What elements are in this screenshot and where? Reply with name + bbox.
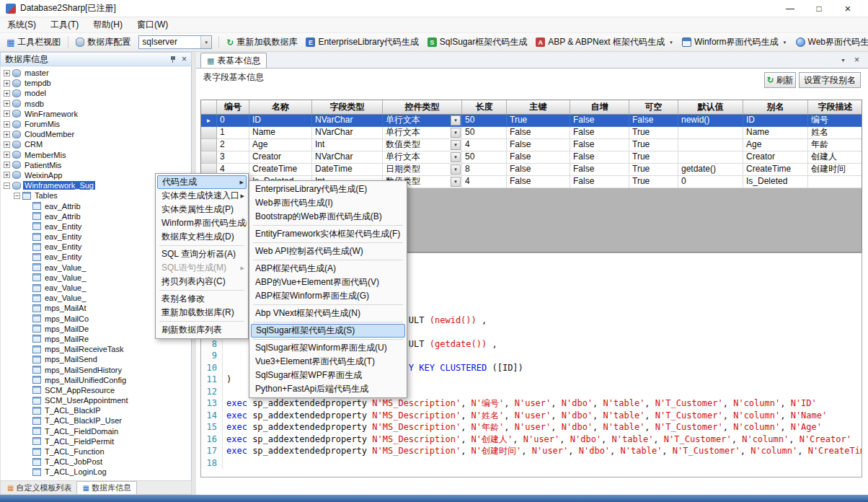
menu-item[interactable]: SqlSugar框架WPF界面生成	[251, 369, 405, 382]
tree-expander-icon[interactable]: −	[4, 182, 10, 189]
grid-column-header[interactable]: 自增	[570, 100, 629, 115]
tree-item[interactable]: T_ACL_LoginLog	[1, 467, 191, 477]
grid-column-header[interactable]: 长度	[462, 100, 507, 115]
menu-item[interactable]: 代码生成▶	[157, 175, 247, 189]
combo-dropdown-icon[interactable]: ▼	[451, 115, 461, 126]
tree-expander-icon[interactable]: +	[4, 70, 10, 76]
grid-column-header[interactable]: 可空	[629, 100, 678, 115]
tree-item[interactable]: +ForumMis	[1, 119, 191, 129]
grid-column-header[interactable]: 字段类型	[312, 100, 383, 115]
menu-item[interactable]: 实体类属性生成(P)	[157, 203, 247, 216]
tree-expander-icon[interactable]: +	[4, 80, 10, 87]
row-header[interactable]	[201, 139, 217, 151]
tree-item[interactable]: T_ACL_FieldDomain	[1, 426, 191, 436]
tree-item[interactable]: SCM_UserAppointment	[1, 395, 191, 405]
menu-item[interactable]: 数据库文档生成(D)	[157, 230, 247, 244]
toolbar-reload-button[interactable]: ↻ 重新加载数据库	[223, 35, 301, 50]
toolbar-web-button[interactable]: Web界面代码生成 ▼	[792, 35, 868, 50]
menu-item[interactable]: 刷新数据库列表	[157, 323, 247, 337]
menu-item[interactable]: Web API控制器代码生成(W)	[251, 245, 405, 258]
document-close-icon[interactable]: ×	[854, 55, 859, 65]
tree-item[interactable]: T_ACL_FieldPermit	[1, 436, 191, 446]
tree-item[interactable]: +MemberMis	[1, 150, 191, 160]
grid-column-header[interactable]: 编号	[217, 100, 249, 115]
menu-item[interactable]: Web界面代码生成(I)	[251, 196, 405, 210]
tree-expander-icon[interactable]: +	[4, 172, 10, 178]
menu-help[interactable]: 帮助(H)	[86, 17, 130, 32]
tree-item[interactable]: T_ACL_JobPost	[1, 457, 191, 467]
menu-item[interactable]: Bootstrap的Web界面代码生成(B)	[251, 210, 405, 224]
minimize-button[interactable]: —	[776, 0, 805, 17]
toolbar-sqlsugar-button[interactable]: S SqlSugar框架代码生成	[424, 35, 531, 50]
tree-expander-icon[interactable]: +	[4, 131, 10, 138]
menu-item[interactable]: 重新加载数据库(R)	[157, 306, 247, 320]
pin-icon[interactable]	[169, 56, 177, 63]
tree-expander-icon[interactable]: −	[14, 193, 20, 199]
toolbar-dbconfig-button[interactable]: 数据库配置	[72, 35, 134, 50]
combo-dropdown-icon[interactable]: ▼	[451, 164, 461, 175]
menu-item[interactable]: SQL 查询分析器(A)	[157, 247, 247, 261]
tab-table-basic-info[interactable]: ▦ 表基本信息	[200, 53, 267, 68]
menu-item[interactable]: ABP框架Winform界面生成(G)	[251, 289, 405, 303]
grid-column-header[interactable]: 默认值	[678, 100, 743, 115]
chevron-down-icon[interactable]: ▼	[669, 40, 673, 45]
grid-column-header[interactable]: 名称	[249, 100, 312, 115]
grid-column-header[interactable]: 字段描述	[808, 100, 862, 115]
tree-item[interactable]: +msdb	[1, 99, 191, 109]
table-row[interactable]: 2AgeInt数值类型▼4FalseFalseTrueAge年龄	[201, 139, 862, 151]
tree-expander-icon[interactable]: +	[4, 100, 10, 107]
tree-item[interactable]: T_ACL_Function	[1, 446, 191, 457]
tree-expander-icon[interactable]: +	[4, 121, 10, 128]
menu-item[interactable]: Winform界面代码生成(W)	[157, 216, 247, 230]
tree-item[interactable]: +PatientMis	[1, 160, 191, 170]
tree-expander-icon[interactable]: +	[4, 162, 10, 168]
grid-column-header[interactable]: 别名	[743, 100, 808, 115]
menu-tools[interactable]: 工具(T)	[43, 17, 86, 32]
tree-item[interactable]: +master	[1, 68, 191, 78]
chevron-down-icon[interactable]: ▼	[200, 36, 211, 48]
menu-item[interactable]: EnterpriseLibrary代码生成(E)	[251, 182, 405, 196]
menu-item[interactable]: ABP框架代码生成(A)	[251, 262, 405, 276]
tree-item[interactable]: mps_MailReceiveTask	[1, 344, 191, 354]
tree-item[interactable]: +CRM	[1, 139, 191, 149]
table-row[interactable]: 3CreatorNVarChar单行文本▼50FalseFalseTrueCre…	[201, 151, 862, 164]
menu-system[interactable]: 系统(S)	[0, 17, 43, 32]
menu-item[interactable]: Vue3+Element界面代码生成(T)	[251, 355, 405, 369]
table-row[interactable]: 4CreateTimeDateTime日期类型▼8FalseFalseTrueg…	[201, 164, 862, 176]
control-type-combo-cell[interactable]: 单行文本▼	[383, 151, 462, 164]
tab-custom-templates[interactable]: ▦ 自定义模板列表	[2, 481, 76, 494]
menu-window[interactable]: 窗口(W)	[130, 17, 175, 32]
menu-item[interactable]: 实体类生成快速入口▶	[157, 189, 247, 203]
grid-column-header[interactable]: 控件类型	[383, 100, 462, 115]
tree-item[interactable]: T_ACL_BlackIP_User	[1, 415, 191, 426]
tree-item[interactable]: +CloudMember	[1, 129, 191, 139]
tree-item[interactable]: mps_MailUnifiedConfig	[1, 375, 191, 385]
tab-database-info[interactable]: ▦ 数据库信息	[76, 481, 136, 494]
menu-item[interactable]: Python+FastApi后端代码生成	[251, 382, 405, 396]
tree-item[interactable]: +tempdb	[1, 78, 191, 88]
menu-item[interactable]: ABP的Vue+Element界面代码(V)	[251, 276, 405, 289]
tree-item[interactable]: +WinFramework	[1, 109, 191, 119]
toolbar-enterpriselibrary-button[interactable]: E EnterpriseLibrary代码生成	[302, 35, 422, 50]
control-type-combo-cell[interactable]: 数值类型▼	[383, 139, 462, 151]
tree-expander-icon[interactable]: +	[4, 110, 10, 117]
table-row[interactable]: ►0IDNVarChar单行文本▼50TrueFalseFalsenewid()…	[201, 115, 862, 127]
close-button[interactable]: ×	[833, 0, 862, 17]
combo-dropdown-icon[interactable]: ▼	[451, 140, 461, 150]
control-type-combo-cell[interactable]: 单行文本▼	[383, 127, 462, 139]
tree-expander-icon[interactable]: +	[4, 151, 10, 158]
tree-item[interactable]: +model	[1, 88, 191, 98]
document-list-dropdown-icon[interactable]: ▼	[841, 58, 846, 63]
menu-item[interactable]: 表别名修改	[157, 292, 247, 306]
panel-close-icon[interactable]: ×	[182, 54, 187, 64]
refresh-button[interactable]: ↻ 刷新	[764, 72, 796, 88]
row-header[interactable]	[201, 151, 217, 164]
control-type-combo-cell[interactable]: 单行文本▼	[383, 115, 462, 127]
menu-item[interactable]: SqlSugar框架代码生成(S)	[251, 324, 405, 338]
row-header[interactable]: ►	[201, 115, 217, 127]
combo-dropdown-icon[interactable]: ▼	[451, 152, 461, 162]
control-type-combo-cell[interactable]: 日期类型▼	[383, 164, 462, 176]
tree-item[interactable]: mps_MailSendHistory	[1, 364, 191, 374]
set-field-alias-button[interactable]: 设置字段别名	[799, 72, 861, 88]
chevron-down-icon[interactable]: ▼	[783, 40, 787, 45]
